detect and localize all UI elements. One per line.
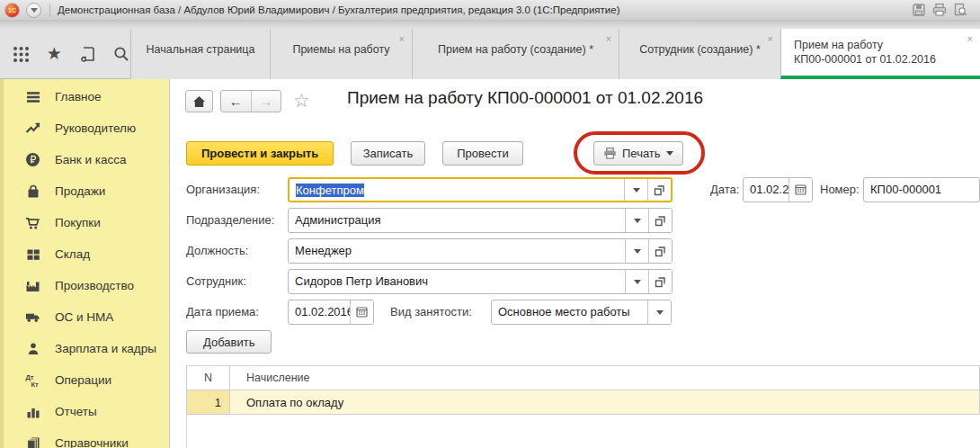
factory-icon bbox=[25, 278, 40, 293]
position-field[interactable]: Менеджер bbox=[288, 238, 673, 264]
hire-date-field[interactable]: 01.02.2016 bbox=[288, 300, 374, 325]
history-nav: ← → bbox=[220, 90, 281, 112]
1c-logo-icon[interactable]: 1С bbox=[4, 3, 20, 18]
open-icon bbox=[655, 276, 666, 288]
write-button[interactable]: Записать bbox=[351, 141, 425, 166]
sidebar-item-sales[interactable]: Продажи bbox=[4, 175, 169, 207]
table-row[interactable]: 1 Оплата по окладу bbox=[187, 390, 980, 415]
calendar-icon bbox=[356, 307, 368, 318]
sidebar-item-warehouse[interactable]: Склад bbox=[4, 238, 169, 270]
accruals-table: N Начисление 1 Оплата по окладу bbox=[186, 365, 980, 415]
sidebar-item-operations[interactable]: ДтКт Операции bbox=[4, 364, 169, 396]
sidebar-item-payroll-hr[interactable]: Зарплата и кадры bbox=[4, 333, 169, 364]
shopping-bag-icon bbox=[25, 184, 40, 199]
organization-label: Организация: bbox=[186, 177, 260, 202]
back-button[interactable]: ← bbox=[221, 91, 252, 112]
tab-hiring-create[interactable]: Прием на работу (создание) * × bbox=[412, 29, 619, 79]
open-button[interactable] bbox=[648, 270, 672, 293]
page-title: Прием на работу КП00-000001 от 01.02.201… bbox=[347, 88, 703, 108]
employment-type-label: Вид занятости: bbox=[390, 300, 472, 325]
sidebar-item-main[interactable]: Главное bbox=[4, 81, 169, 112]
dropdown-button[interactable] bbox=[625, 209, 648, 232]
employment-type-field[interactable]: Основное место работы bbox=[491, 300, 672, 325]
dropdown-button[interactable] bbox=[624, 179, 647, 201]
open-icon bbox=[655, 215, 666, 227]
bar-chart-icon bbox=[25, 404, 40, 419]
sidebar-item-bank-cash[interactable]: Банк и касса bbox=[4, 144, 169, 175]
print-icon[interactable] bbox=[932, 3, 947, 17]
close-icon[interactable]: × bbox=[399, 34, 405, 43]
sidebar-item-fixed-assets[interactable]: ОС и НМА bbox=[4, 301, 169, 333]
dropdown-button[interactable] bbox=[647, 300, 671, 324]
position-label: Должность: bbox=[186, 238, 248, 264]
date-label: Дата: bbox=[710, 177, 739, 202]
tab-hirings-list[interactable]: Приемы на работу × bbox=[270, 29, 412, 79]
calendar-icon bbox=[795, 184, 806, 195]
tab-home[interactable]: Начальная страница bbox=[130, 29, 270, 79]
open-button[interactable] bbox=[647, 179, 671, 201]
employee-field[interactable]: Сидоров Петр Иванович bbox=[288, 269, 673, 294]
dropdown-button[interactable] bbox=[625, 239, 648, 263]
date-field[interactable]: 01.02.2016 bbox=[743, 177, 813, 202]
open-icon bbox=[655, 246, 666, 257]
books-icon bbox=[25, 435, 40, 448]
dropdown-button[interactable] bbox=[625, 270, 648, 293]
sidebar-item-reports[interactable]: Отчеты bbox=[4, 396, 169, 427]
tab-employee-create[interactable]: Сотрудник (создание) * × bbox=[619, 29, 780, 79]
hire-date-label: Дата приема: bbox=[186, 300, 259, 325]
forward-button[interactable]: → bbox=[252, 91, 281, 112]
close-icon[interactable]: × bbox=[967, 34, 973, 43]
department-field[interactable]: Администрация bbox=[288, 208, 673, 233]
close-icon[interactable]: × bbox=[768, 34, 773, 43]
apps-menu-icon[interactable] bbox=[12, 44, 30, 64]
calendar-button[interactable] bbox=[788, 178, 812, 202]
chevron-down-icon bbox=[634, 219, 641, 227]
tabbar: ★ Начальная страница Приемы на работу × … bbox=[0, 21, 980, 79]
application-window: 1С Демонстрационная база / Абдулов Юрий … bbox=[0, 0, 980, 448]
blocks-icon bbox=[25, 246, 40, 262]
home-button[interactable] bbox=[185, 90, 213, 112]
open-button[interactable] bbox=[648, 239, 672, 263]
history-icon[interactable] bbox=[79, 44, 97, 64]
trend-chart-icon bbox=[25, 121, 40, 136]
document-form: ← → ☆ Прием на работу КП00-000001 от 01.… bbox=[171, 79, 980, 448]
add-row-button[interactable]: Добавить bbox=[186, 330, 272, 354]
post-and-close-button[interactable]: Провести и закрыть bbox=[186, 141, 334, 166]
favorites-icon[interactable]: ★ bbox=[45, 44, 63, 64]
chevron-down-icon bbox=[666, 151, 673, 159]
chevron-down-icon bbox=[634, 280, 641, 288]
print-preview-icon[interactable] bbox=[953, 3, 967, 17]
print-button[interactable]: Печать bbox=[593, 141, 683, 166]
favorite-star-icon[interactable]: ☆ bbox=[293, 91, 310, 111]
search-icon[interactable] bbox=[112, 44, 130, 64]
home-icon bbox=[192, 95, 206, 108]
person-icon bbox=[25, 341, 40, 356]
svg-text:Кт: Кт bbox=[31, 381, 40, 389]
save-icon[interactable] bbox=[912, 3, 926, 17]
menu-lines-icon bbox=[25, 89, 40, 104]
printer-icon bbox=[603, 148, 617, 159]
chevron-down-icon bbox=[31, 8, 38, 16]
open-button[interactable] bbox=[648, 209, 672, 232]
sidebar-item-manager[interactable]: Руководителю bbox=[4, 112, 169, 144]
sidebar-item-production[interactable]: Производство bbox=[4, 270, 169, 301]
organization-field[interactable]: Конфетпром bbox=[288, 177, 673, 202]
post-button[interactable]: Провести bbox=[442, 141, 523, 166]
close-icon[interactable]: × bbox=[606, 34, 611, 43]
ruble-coin-icon bbox=[25, 152, 40, 167]
calendar-button[interactable] bbox=[350, 300, 373, 324]
open-icon bbox=[654, 184, 665, 196]
number-field[interactable]: КП00-000001 bbox=[863, 177, 980, 202]
sidebar-item-purchases[interactable]: Покупки bbox=[4, 207, 169, 238]
tab-hiring-document[interactable]: Прием на работу КП00-000001 от 01.02.201… bbox=[780, 29, 980, 79]
shopping-cart-icon bbox=[25, 215, 40, 230]
main-menu-button[interactable] bbox=[26, 3, 41, 18]
table-empty-area bbox=[186, 414, 726, 448]
column-header-n: N bbox=[187, 366, 230, 390]
sidebar-item-references[interactable]: Справочники bbox=[4, 427, 169, 448]
debit-credit-icon: ДтКт bbox=[25, 372, 40, 388]
department-label: Подразделение: bbox=[186, 208, 274, 233]
number-label: Номер: bbox=[820, 177, 860, 202]
table-header-row: N Начисление bbox=[187, 366, 980, 390]
titlebar-actions bbox=[912, 3, 967, 17]
